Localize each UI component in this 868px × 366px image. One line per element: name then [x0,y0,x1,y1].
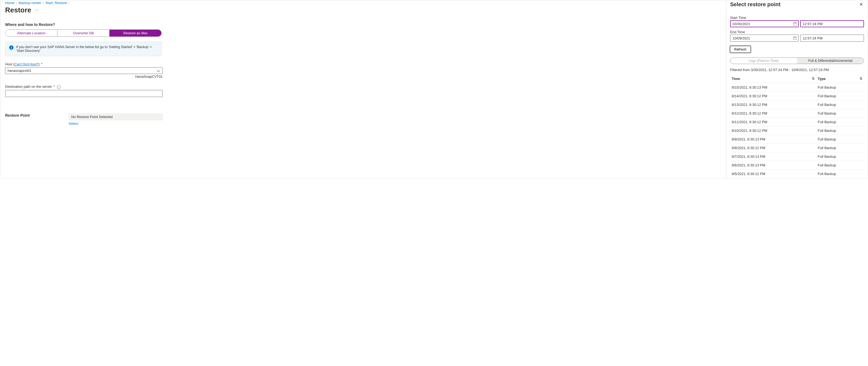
breadcrumb-backup-center[interactable]: Backup center [19,1,41,5]
start-time-input[interactable]: 12:57:24 PM [800,20,864,27]
breadcrumb: Home › Backup center › Start: Restore › [5,1,721,5]
chevron-right-icon: › [16,1,17,5]
calendar-icon [793,22,797,26]
svg-rect-0 [793,22,796,25]
cell-type: Full Backup [816,144,864,152]
cell-type: Full Backup [816,135,864,144]
cell-type: Full Backup [816,161,864,170]
cell-time: 8/11/2021, 8:30:12 PM [730,118,816,126]
cell-time: 8/15/2021, 8:30:13 PM [730,83,816,92]
table-row[interactable]: 8/8/2021, 8:30:12 PMFull Backup [730,144,864,152]
cell-type: Full Backup [816,109,864,118]
end-time-label: End Time [730,30,864,34]
restore-point-value: No Restore Point Selected [68,113,163,120]
cell-time: 8/5/2021, 8:30:12 PM [730,170,816,178]
cell-type: Full Backup [816,118,864,126]
toggle-full-differential[interactable]: Full & Differential/Incremental [797,58,864,64]
breadcrumb-start-restore[interactable]: Start: Restore [45,1,67,5]
chevron-right-icon: › [43,1,44,5]
more-actions-button[interactable]: ⋯ [35,8,39,12]
sort-icon: ⇅ [860,77,862,81]
cell-time: 8/12/2021, 8:30:12 PM [730,109,816,118]
restore-point-type-toggle: Logs (Point in Time) Full & Differential… [730,58,864,64]
filter-range-text: Filtered from 3/30/2021, 12:57:24 PM - 1… [730,68,864,72]
end-time-input[interactable]: 12:57:24 PM [800,34,864,41]
start-time-label: Start Time [730,16,864,20]
info-icon[interactable]: i [57,85,61,89]
refresh-button[interactable]: Refresh [730,46,751,53]
table-row[interactable]: 8/11/2021, 8:30:12 PMFull Backup [730,118,864,126]
cell-type: Full Backup [816,170,864,178]
tab-overwrite-db[interactable]: Overwrite DB [58,30,110,36]
page-title: Restore [5,6,31,14]
table-row[interactable]: 8/5/2021, 8:30:12 PMFull Backup [730,170,864,178]
cell-time: 8/8/2021, 8:30:12 PM [730,144,816,152]
cell-type: Full Backup [816,92,864,101]
required-indicator: * [41,62,42,66]
tab-restore-as-files[interactable]: Restore as files [110,30,161,36]
tab-alternate-location[interactable]: Alternate Location [5,30,58,36]
cell-type: Full Backup [816,126,864,135]
table-row[interactable]: 8/10/2021, 8:30:12 PMFull Backup [730,126,864,135]
svg-rect-4 [793,37,796,40]
section-heading-where-how: Where and how to Restore? [5,22,721,27]
table-row[interactable]: 8/12/2021, 8:30:12 PMFull Backup [730,109,864,118]
info-text: If you don't see your SAP HANA Server in… [16,45,158,53]
info-banner: i If you don't see your SAP HANA Server … [5,41,162,56]
cell-time: 8/9/2021, 8:30:13 PM [730,135,816,144]
table-row[interactable]: 8/6/2021, 8:30:13 PMFull Backup [730,161,864,170]
restore-points-table: Time⇅ Type⇅ 8/15/2021, 8:30:13 PMFull Ba… [730,75,864,178]
cell-time: 8/13/2021, 8:30:12 PM [730,101,816,109]
calendar-icon [793,36,797,40]
breadcrumb-home[interactable]: Home [5,1,14,5]
required-indicator: * [54,85,55,89]
restore-point-select-link[interactable]: Select [68,121,721,125]
col-header-type[interactable]: Type⇅ [816,75,864,83]
cell-time: 8/7/2021, 8:30:13 PM [730,152,816,161]
chevron-right-icon: › [68,1,70,5]
sort-icon: ⇅ [812,77,814,81]
cell-type: Full Backup [816,101,864,109]
destination-path-label: Destination path on the server * i [5,85,721,89]
host-label: Host (Can't find Host?) * [5,62,721,66]
cell-time: 8/10/2021, 8:30:12 PM [730,126,816,135]
col-header-time[interactable]: Time⇅ [730,75,816,83]
cell-time: 8/14/2021, 8:30:12 PM [730,92,816,101]
table-row[interactable]: 8/7/2021, 8:30:13 PMFull Backup [730,152,864,161]
panel-title: Select restore point [730,1,781,7]
table-row[interactable]: 8/9/2021, 8:30:13 PMFull Backup [730,135,864,144]
start-date-input[interactable]: 03/30/2021 [730,20,799,27]
host-dropdown[interactable]: hanasnapcvt01 [5,67,163,74]
restore-point-label: Restore Point [5,113,68,120]
toggle-logs-point-in-time[interactable]: Logs (Point in Time) [731,58,797,64]
cell-type: Full Backup [816,83,864,92]
table-row[interactable]: 8/14/2021, 8:30:12 PMFull Backup [730,92,864,101]
table-row[interactable]: 8/13/2021, 8:30:12 PMFull Backup [730,101,864,109]
restore-mode-tabs: Alternate Location Overwrite DB Restore … [5,29,162,37]
close-icon[interactable]: ✕ [858,1,864,7]
info-icon: i [9,46,13,50]
cell-type: Full Backup [816,152,864,161]
end-date-input[interactable]: 10/09/2021 [730,34,799,41]
cell-time: 8/6/2021, 8:30:13 PM [730,161,816,170]
table-row[interactable]: 8/15/2021, 8:30:13 PMFull Backup [730,83,864,92]
cant-find-host-link[interactable]: Can't find Host? [14,62,39,66]
destination-path-input[interactable] [5,90,163,97]
host-resolved-name: HanaSnapCVT01 [5,75,163,79]
